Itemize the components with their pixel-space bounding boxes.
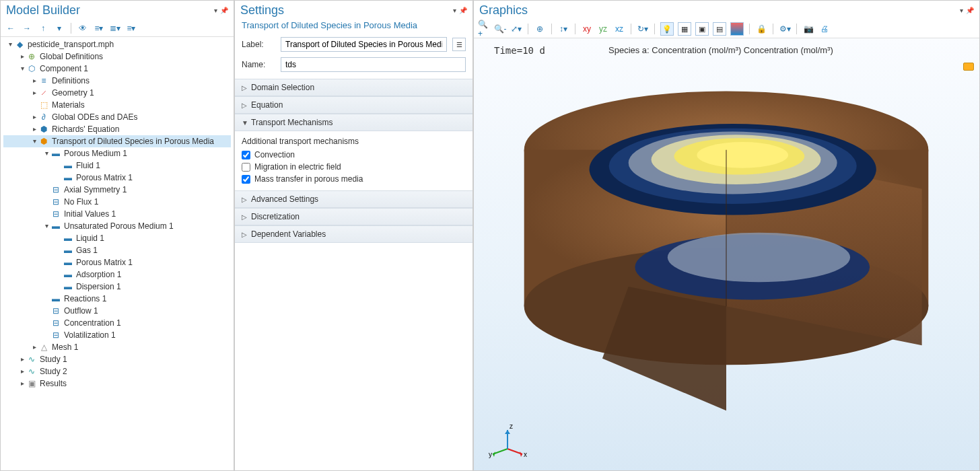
- toolbar-separator: [796, 24, 797, 34]
- show-icon[interactable]: 👁: [77, 22, 89, 34]
- chevron-right-icon: ▷: [242, 102, 251, 109]
- chevron-down-icon[interactable]: ▾: [42, 220, 50, 232]
- chevron-right-icon[interactable]: ▸: [18, 377, 26, 390]
- legend-icon[interactable]: [730, 22, 744, 36]
- tree-node-label: Fluid 1: [76, 159, 100, 172]
- tree-item[interactable]: ▸⬢Richards' Equation: [3, 123, 231, 135]
- dropdown-icon[interactable]: ▾: [960, 7, 963, 14]
- collapse-icon[interactable]: ≣▾: [109, 22, 121, 34]
- chevron-right-icon[interactable]: ▸: [18, 353, 26, 365]
- mass-transfer-checkbox[interactable]: [242, 175, 250, 184]
- chevron-down-icon[interactable]: ▾: [30, 135, 38, 147]
- tree-item[interactable]: ▸∿Study 2: [3, 365, 231, 377]
- dropdown-icon[interactable]: ▾: [453, 7, 456, 14]
- snapshot-icon[interactable]: 📷: [802, 23, 814, 35]
- chevron-right-icon[interactable]: ▸: [18, 50, 26, 63]
- section-discretization[interactable]: ▷ Discretization: [235, 208, 473, 225]
- chevron-right-icon[interactable]: ▸: [18, 365, 26, 377]
- graphics-viz: [484, 59, 969, 470]
- tree-node-icon: ∂: [38, 112, 49, 122]
- model-tree[interactable]: ▾◆pesticide_transport.mph▸⊕Global Defini…: [1, 37, 234, 470]
- view-xy-icon[interactable]: xy: [581, 23, 593, 35]
- chevron-right-icon[interactable]: ▸: [30, 341, 38, 353]
- tree-item[interactable]: ▸⊕Global Definitions: [3, 50, 231, 63]
- section-advanced-settings[interactable]: ▷ Advanced Settings: [235, 190, 473, 208]
- chevron-down-icon[interactable]: ▾: [18, 63, 26, 75]
- chevron-right-icon[interactable]: ▸: [30, 87, 38, 99]
- label-aux-button[interactable]: ☰: [452, 38, 466, 51]
- wireframe-icon[interactable]: ▣: [695, 22, 709, 36]
- chevron-right-icon[interactable]: ▸: [30, 123, 38, 135]
- scene-light-icon[interactable]: 💡: [660, 22, 674, 36]
- zoom-extents-icon[interactable]: ⤢▾: [510, 23, 522, 35]
- tree-node-label: Concentration 1: [64, 317, 121, 329]
- tree-item[interactable]: ▬Adsorption 1: [3, 268, 231, 281]
- tree-item[interactable]: ▬Porous Matrix 1: [3, 256, 231, 268]
- select-icon[interactable]: ⚙▾: [779, 23, 791, 35]
- migration-checkbox[interactable]: [242, 163, 250, 172]
- tree-item[interactable]: ▾▬Unsaturated Porous Medium 1: [3, 220, 231, 232]
- tree-item[interactable]: ▾▬Porous Medium 1: [3, 147, 231, 159]
- convection-checkbox[interactable]: [242, 151, 250, 159]
- tree-item[interactable]: ▬Fluid 1: [3, 159, 231, 172]
- view-xz-icon[interactable]: xz: [613, 23, 625, 35]
- section-equation[interactable]: ▷ Equation: [235, 96, 473, 114]
- pin-icon[interactable]: 📌: [459, 7, 467, 14]
- tree-item[interactable]: ▬Liquid 1: [3, 232, 231, 244]
- name-input[interactable]: [281, 57, 466, 72]
- section-domain-selection[interactable]: ▷ Domain Selection: [235, 79, 473, 96]
- transparency-icon[interactable]: ▦: [678, 22, 691, 36]
- tree-item[interactable]: ⊟Outflow 1: [3, 305, 231, 317]
- view-yz-icon[interactable]: yz: [597, 23, 609, 35]
- expand-icon[interactable]: ≡▾: [93, 22, 105, 34]
- tree-item[interactable]: ▸▣Results: [3, 377, 231, 390]
- tree-item[interactable]: ▬Dispersion 1: [3, 281, 231, 293]
- migration-label: Migration in electric field: [254, 162, 341, 172]
- section-transport-mechanisms[interactable]: ▼ Transport Mechanisms: [235, 114, 473, 131]
- chevron-down-icon[interactable]: ▾: [6, 38, 14, 50]
- nav-dropdown-icon[interactable]: ▾: [53, 22, 65, 34]
- chevron-right-icon[interactable]: ▸: [30, 75, 38, 87]
- chevron-right-icon[interactable]: ▸: [30, 111, 38, 123]
- section-dependent-variables[interactable]: ▷ Dependent Variables: [235, 225, 473, 243]
- graphics-canvas[interactable]: Time=10 d Species a: Concentration (mol/…: [474, 38, 979, 470]
- pin-icon[interactable]: 📌: [220, 7, 228, 14]
- zoom-out-icon[interactable]: 🔍-: [494, 23, 506, 35]
- tree-item[interactable]: ▸∿Study 1: [3, 353, 231, 365]
- nav-back-icon[interactable]: ←: [5, 22, 17, 34]
- nav-up-icon[interactable]: ↑: [37, 22, 49, 34]
- tree-item[interactable]: ⊟Concentration 1: [3, 317, 231, 329]
- pan-icon[interactable]: ⊕: [534, 23, 546, 35]
- tree-node-icon: △: [38, 342, 49, 353]
- tree-item[interactable]: ▬Porous Matrix 1: [3, 172, 231, 184]
- nav-fwd-icon[interactable]: →: [21, 22, 33, 34]
- lock-icon[interactable]: 🔒: [755, 23, 767, 35]
- reset-view-icon[interactable]: ↻▾: [637, 23, 649, 35]
- tree-item[interactable]: ⊟Axial Symmetry 1: [3, 184, 231, 196]
- label-input[interactable]: [281, 37, 447, 52]
- pin-icon[interactable]: 📌: [966, 7, 974, 14]
- rotate-icon[interactable]: ↕▾: [557, 23, 569, 35]
- toolbar-separator: [71, 23, 71, 34]
- tree-item[interactable]: ▬Gas 1: [3, 244, 231, 256]
- tree-item[interactable]: ▾◆pesticide_transport.mph: [3, 38, 231, 50]
- zoom-in-icon[interactable]: 🔍+: [478, 23, 490, 35]
- tree-node-label: Study 2: [40, 365, 67, 377]
- tree-item[interactable]: ⊟Volatilization 1: [3, 329, 231, 341]
- chevron-down-icon[interactable]: ▾: [42, 147, 50, 159]
- tree-item[interactable]: ▸⟋Geometry 1: [3, 87, 231, 99]
- tree-node-icon: ⊟: [50, 196, 61, 207]
- tree-item[interactable]: ⊟No Flux 1: [3, 196, 231, 208]
- tree-item[interactable]: ⬚Materials: [3, 99, 231, 111]
- sort-icon[interactable]: ≡▾: [125, 22, 137, 34]
- grid-icon[interactable]: ▤: [713, 22, 726, 36]
- tree-item[interactable]: ▸△Mesh 1: [3, 341, 231, 353]
- tree-item[interactable]: ▾⬢Transport of Diluted Species in Porous…: [3, 135, 231, 147]
- tree-item[interactable]: ▸≡Definitions: [3, 75, 231, 87]
- dropdown-icon[interactable]: ▾: [214, 7, 217, 14]
- print-icon[interactable]: 🖨: [818, 23, 831, 35]
- tree-item[interactable]: ▸∂Global ODEs and DAEs: [3, 111, 231, 123]
- tree-item[interactable]: ▬Reactions 1: [3, 293, 231, 305]
- tree-item[interactable]: ▾⬡Component 1: [3, 63, 231, 75]
- tree-item[interactable]: ⊟Initial Values 1: [3, 208, 231, 220]
